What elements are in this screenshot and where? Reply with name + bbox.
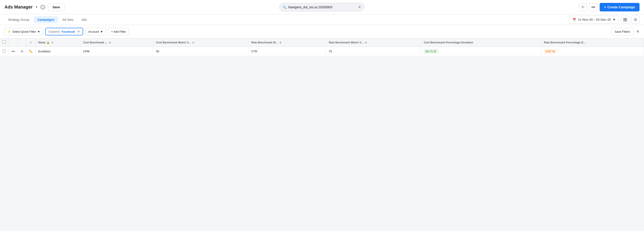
app-info-icon[interactable]: i <box>40 5 45 9</box>
campaigns-table: i Name 🔒 ⇅ Cost Benchmark ... ⇅ Cost Ben… <box>0 38 644 56</box>
cost-benchmark-metric-v-sort-icon[interactable]: ⇅ <box>192 41 194 44</box>
account-filter[interactable]: Account ▼ <box>85 28 106 35</box>
save-filters-button[interactable]: Save Filters <box>611 28 634 35</box>
create-campaign-label: Create Campaign <box>608 5 635 9</box>
more-options-button[interactable]: ••• <box>589 3 598 11</box>
rate-benchmark-pct-col-header: Rate Benchmark Percentage D... <box>541 38 644 47</box>
view-icon <box>624 18 627 21</box>
filter-bar-right: Save Filters ✕ <box>611 28 640 35</box>
rate-benchmark-m-sort-icon[interactable]: ⇅ <box>280 41 281 44</box>
refresh-button[interactable]: ↻ <box>579 3 587 11</box>
svg-rect-1 <box>626 18 627 19</box>
tab-ad-sets[interactable]: Ad Sets <box>59 16 77 23</box>
rate-benchmark-metric-v-sort-icon[interactable]: ⇅ <box>365 41 366 44</box>
top-bar-left: Ads Manager ▼ i Save <box>4 3 64 11</box>
date-range-label: 11–Nov–20 – 29–Dec–20 <box>578 18 611 21</box>
cost-benchmark-col-header[interactable]: Cost Benchmark ... ⇅ <box>80 38 153 47</box>
account-filter-chevron-icon: ▼ <box>100 30 103 33</box>
column-settings-button[interactable] <box>632 16 640 24</box>
date-picker[interactable]: 📅 11–Nov–20 – 29–Dec–20 ▼ <box>569 16 619 24</box>
rate-benchmark-metric-v-col-header[interactable]: Rate Benchmark Metric V... ⇅ <box>326 38 421 47</box>
table-header-row: i Name 🔒 ⇅ Cost Benchmark ... ⇅ Cost Ben… <box>0 38 644 47</box>
cost-benchmark-metric-v-label: Cost Benchmark Metric V... <box>156 41 190 44</box>
quick-filter-label: Select Quick Filter <box>12 30 36 33</box>
row-edit-cell: ✏️ <box>26 47 36 56</box>
search-icon: 🔍 <box>282 5 286 9</box>
quick-filter-button[interactable]: ⚡ Select Quick Filter ▼ <box>4 28 43 35</box>
top-bar-right: ↻ ••• + Create Campaign <box>579 3 640 11</box>
channel-filter-label: Channel: <box>48 30 60 33</box>
row-cost-benchmark-value: CPM <box>83 50 90 53</box>
table-row: ••• ⧉ ✏️ Evoltobor CPM 50 CTR <box>0 47 644 56</box>
search-clear-icon[interactable]: ✕ <box>358 5 361 9</box>
select-all-col <box>0 38 9 47</box>
row-rate-benchmark-m-value: CTR <box>251 50 257 53</box>
row-rate-benchmark-metric-v-cell: 75 <box>326 47 421 56</box>
quick-filter-chevron-icon: ▼ <box>37 30 40 33</box>
row-checkbox-cell <box>0 47 9 56</box>
tab-campaigns[interactable]: Campaigns <box>34 16 58 23</box>
row-name-value: Evoltobor <box>38 50 51 53</box>
cost-benchmark-label: Cost Benchmark ... <box>83 41 107 44</box>
calendar-icon: 📅 <box>572 18 576 21</box>
row-rate-benchmark-pct-cell: 0.97 % <box>541 47 644 56</box>
name-lock-icon: 🔒 <box>46 41 50 44</box>
copy-col-header <box>18 38 26 47</box>
create-campaign-button[interactable]: + Create Campaign <box>600 3 640 11</box>
nav-tabs-left: Strategy Group Campaigns Ad Sets Ads <box>4 16 90 23</box>
svg-point-4 <box>635 19 636 20</box>
close-filters-icon[interactable]: ✕ <box>636 29 640 34</box>
tab-ads[interactable]: Ads <box>78 16 90 23</box>
filter-icon: ⚡ <box>8 30 11 33</box>
row-copy-cell: ⧉ <box>18 47 26 56</box>
add-filter-label: + Add Filter <box>111 30 126 33</box>
row-cost-benchmark-metric-v-value: 50 <box>156 50 159 53</box>
name-sort-icon[interactable]: ⇅ <box>51 41 53 44</box>
rate-benchmark-metric-v-label: Rate Benchmark Metric V... <box>329 41 363 44</box>
row-edit-icon[interactable]: ✏️ <box>29 50 33 53</box>
filter-bar-left: ⚡ Select Quick Filter ▼ Channel: Faceboo… <box>4 28 129 35</box>
channel-filter[interactable]: Channel: Facebook ✕ <box>45 28 83 35</box>
cost-benchmark-pct-deviation-col-header: Cost Benchmark Percentage Deviation <box>421 38 541 47</box>
rate-benchmark-pct-label: Rate Benchmark Percentage D... <box>544 41 586 44</box>
channel-filter-clear-icon[interactable]: ✕ <box>77 30 80 33</box>
row-rate-benchmark-pct-badge: 0.97 % <box>544 49 556 54</box>
row-cost-benchmark-pct-deviation-cell: 64.71 % <box>421 47 541 56</box>
row-rate-benchmark-metric-v-value: 75 <box>329 50 332 53</box>
account-filter-label: Account <box>88 30 99 33</box>
row-name-cell: Evoltobor <box>36 47 80 56</box>
app-title-chevron-icon[interactable]: ▼ <box>36 5 38 9</box>
row-actions-cell: ••• <box>9 47 18 56</box>
actions-col-header <box>9 38 18 47</box>
svg-rect-0 <box>624 18 625 19</box>
row-cost-benchmark-metric-v-cell: 50 <box>153 47 248 56</box>
settings-icon <box>634 18 637 21</box>
top-bar: Ads Manager ▼ i Save 🔍 ✕ ↻ ••• + Create … <box>0 0 644 14</box>
row-cost-benchmark-cell: CPM <box>80 47 153 56</box>
save-button[interactable]: Save <box>48 3 64 11</box>
create-campaign-plus-icon: + <box>604 5 606 9</box>
row-checkbox[interactable] <box>3 49 6 53</box>
cost-benchmark-metric-v-col-header[interactable]: Cost Benchmark Metric V... ⇅ <box>153 38 248 47</box>
info-col-icon: i <box>30 41 31 44</box>
row-more-icon[interactable]: ••• <box>12 49 15 53</box>
svg-rect-3 <box>626 20 627 21</box>
svg-rect-2 <box>624 20 625 21</box>
select-all-checkbox[interactable] <box>3 40 6 44</box>
nav-tabs: Strategy Group Campaigns Ad Sets Ads 📅 1… <box>0 14 644 25</box>
date-picker-chevron-icon: ▼ <box>613 18 616 21</box>
cost-benchmark-sort-icon[interactable]: ⇅ <box>109 41 111 44</box>
add-filter-button[interactable]: + Add Filter <box>108 28 129 35</box>
search-bar: 🔍 ✕ <box>279 3 364 11</box>
row-cost-benchmark-pct-deviation-badge: 64.71 % <box>424 49 438 54</box>
search-input[interactable] <box>288 5 358 9</box>
channel-filter-value: Facebook <box>62 30 75 33</box>
rate-benchmark-m-col-header[interactable]: Rate Benchmark M... ⇅ <box>248 38 326 47</box>
app-title: Ads Manager <box>4 4 33 10</box>
rate-benchmark-m-label: Rate Benchmark M... <box>251 41 278 44</box>
table-container: i Name 🔒 ⇅ Cost Benchmark ... ⇅ Cost Ben… <box>0 38 644 56</box>
view-toggle-button[interactable] <box>621 16 629 24</box>
name-col-header[interactable]: Name 🔒 ⇅ <box>36 38 80 47</box>
tab-strategy-group[interactable]: Strategy Group <box>4 16 33 23</box>
row-copy-icon[interactable]: ⧉ <box>21 49 23 53</box>
